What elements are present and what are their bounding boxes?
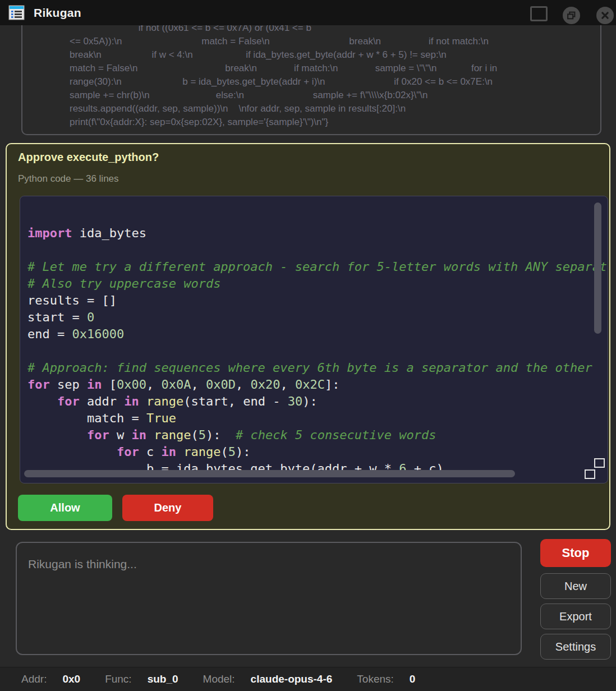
code-line: for addr in range(start, end - 30):: [27, 393, 608, 410]
status-label: Addr:: [21, 673, 47, 685]
code-line: # Also try uppercase words: [27, 275, 608, 292]
scrollback-text: if not ((0x61 <= b <= 0x7A) or (0x41 <= …: [70, 21, 497, 129]
status-value: 0x0: [62, 673, 80, 685]
stop-button[interactable]: Stop: [540, 539, 611, 567]
allow-button[interactable]: Allow: [18, 495, 112, 521]
deny-button[interactable]: Deny: [122, 495, 213, 521]
code-line: # Let me try a different approach - sear…: [27, 259, 608, 275]
new-button[interactable]: New: [540, 573, 611, 599]
code-line: end = 0x16000: [27, 326, 608, 343]
restore-icon: [567, 11, 576, 20]
scrollback-line: range(30):\n b = ida_bytes.get_byte(addr…: [70, 75, 497, 89]
close-icon: [601, 11, 609, 20]
resize-grip[interactable]: [585, 458, 605, 479]
code-line: for w in range(5): # check 5 consecutive…: [27, 427, 608, 444]
status-label: Model:: [203, 673, 235, 685]
app-window: if not ((0x61 <= b <= 0x7A) or (0x41 <= …: [0, 0, 616, 691]
status-value: 0: [410, 673, 416, 685]
scrollback-line: results.append((addr, sep, sample))\n \n…: [70, 102, 497, 116]
code-line: start = 0: [27, 309, 608, 326]
scrollback-line: sample += chr(b)\n else:\n sample += f\"…: [70, 89, 497, 102]
approval-dialog: Approve execute_python? Python code — 36…: [6, 143, 610, 530]
dialog-title: Approve execute_python?: [18, 151, 159, 164]
settings-button[interactable]: Settings: [540, 634, 611, 660]
vertical-scrollbar[interactable]: [594, 202, 601, 334]
status-label: Func:: [105, 673, 132, 685]
code-line: # Approach: find sequences where every 6…: [27, 360, 608, 376]
statusbar-items: Addr:0x0Func:sub_0Model:claude-opus-4-6T…: [21, 673, 440, 685]
restore-button[interactable]: [563, 7, 580, 24]
code-line: [27, 343, 608, 360]
code-line: results = []: [27, 292, 608, 309]
message-input[interactable]: [16, 542, 522, 655]
scrollback-line: break\n if w < 4:\n if ida_bytes.get_byt…: [70, 48, 497, 62]
code-line: [27, 242, 608, 259]
maximize-button[interactable]: [530, 6, 548, 21]
dialog-subtitle: Python code — 36 lines: [18, 173, 119, 185]
close-button[interactable]: [596, 7, 614, 24]
window-title: Rikugan: [34, 0, 81, 25]
code-line: for sep in [0x00, 0x0A, 0x0D, 0x20, 0x2C…: [27, 376, 608, 393]
code-line: import ida_bytes: [27, 225, 608, 242]
code-line: for c in range(5):: [27, 444, 608, 460]
status-value: sub_0: [148, 673, 178, 685]
statusbar: Addr:0x0Func:sub_0Model:claude-opus-4-6T…: [0, 667, 616, 691]
code-content: import ida_bytes # Let me try a differen…: [27, 225, 608, 477]
status-value: claude-opus-4-6: [251, 673, 333, 685]
titlebar: Rikugan: [0, 0, 616, 25]
code-line: match = True: [27, 410, 608, 427]
app-icon: [8, 4, 25, 21]
horizontal-scrollbar[interactable]: [24, 470, 515, 477]
export-button[interactable]: Export: [540, 604, 611, 629]
scrollback-line: match = False\n break\n if match:\n samp…: [70, 62, 497, 75]
scrollback-line: print(f\"0x{addr:X}: sep=0x{sep:02X}, sa…: [70, 116, 497, 129]
code-viewer[interactable]: import ida_bytes # Let me try a differen…: [20, 196, 608, 483]
status-label: Tokens:: [357, 673, 393, 685]
scrollback-line: <= 0x5A)):\n match = False\n break\n if …: [70, 35, 497, 48]
